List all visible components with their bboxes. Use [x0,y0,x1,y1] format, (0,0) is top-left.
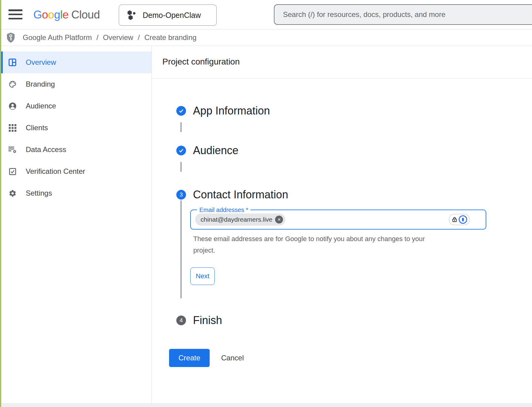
step-3-number: 3 [180,191,183,198]
person-icon [8,102,17,110]
step-2-title: Audience [193,144,238,157]
sidebar-item-audience[interactable]: Audience [1,95,151,117]
checkbox-icon [8,167,17,176]
sidebar-item-label: Data Access [26,145,66,154]
step-4-title: Finish [193,314,222,327]
google-wordmark: Google [33,8,68,21]
step-connector [181,162,181,172]
chip-remove-icon[interactable]: ✕ [275,216,283,223]
sidebar-item-settings[interactable]: Settings [1,182,151,204]
project-hexagons-icon [126,10,137,21]
email-chip: chinat@daydreamers.live ✕ [195,213,285,226]
overview-icon [8,58,17,67]
sidebar-item-label: Clients [26,124,48,132]
lock-icon [451,216,458,223]
data-access-icon [8,145,17,154]
create-button[interactable]: Create [169,349,210,367]
breadcrumb-separator: / [138,33,140,42]
left-nav: Overview Branding Audience [1,46,152,403]
breadcrumb-item-platform[interactable]: Google Auth Platform [23,33,92,42]
top-app-bar: Google Cloud Demo-OpenClaw [0,0,532,29]
step-3-badge: 3 [176,190,186,200]
project-selector[interactable]: Demo-OpenClaw [119,5,217,26]
step-4-badge: 4 [176,316,186,325]
step-1-title: App Information [193,104,270,117]
cloud-wordmark: Cloud [71,8,100,21]
step-connector [181,122,181,132]
grid-icon [8,124,17,132]
google-cloud-console: Google Cloud Demo-OpenClaw Google Auth P… [0,0,532,407]
step-connector [181,200,181,298]
window-edge-strip [0,0,1,407]
sidebar-item-clients[interactable]: Clients [1,117,151,139]
gear-icon [8,189,17,197]
main-content: Project configuration App Information Au… [152,46,532,403]
email-addresses-field[interactable]: Email addresses * chinat@daydreamers.liv… [190,210,486,230]
onepassword-icon [459,215,467,224]
auth-shield-key-icon [7,32,15,43]
sidebar-item-label: Audience [26,102,56,110]
breadcrumb-separator: / [96,33,98,42]
breadcrumb-item-overview[interactable]: Overview [103,33,133,42]
breadcrumb: Google Auth Platform / Overview / Create… [23,33,197,42]
bottom-edge-strip [1,403,532,407]
email-addresses-label: Email addresses * [197,207,251,213]
sidebar-item-verification-center[interactable]: Verification Center [1,160,151,182]
sidebar-item-overview[interactable]: Overview [1,51,151,73]
title-divider [152,78,532,78]
sidebar-item-branding[interactable]: Branding [1,73,151,95]
page-title: Project configuration [162,57,240,67]
step-4-number: 4 [180,317,183,324]
onepassword-autofill-widget[interactable] [449,214,470,225]
project-name: Demo-OpenClaw [143,11,201,20]
email-chip-value: chinat@daydreamers.live [201,216,272,223]
search-bar [274,4,532,25]
search-input[interactable] [274,5,532,24]
sidebar-item-label: Settings [26,189,52,197]
sidebar-item-label: Branding [26,80,55,88]
next-button[interactable]: Next [190,267,215,285]
sidebar-item-label: Overview [26,58,56,67]
step-3-title: Contact Information [193,188,288,201]
step-2-check-icon [176,146,186,155]
google-cloud-logo[interactable]: Google Cloud [33,0,100,29]
cancel-button[interactable]: Cancel [216,349,249,367]
breadcrumb-bar: Google Auth Platform / Overview / Create… [0,29,532,46]
palette-icon [8,80,17,88]
sidebar-item-label: Verification Center [26,167,85,176]
step-1-check-icon [176,106,186,116]
menu-icon[interactable] [8,9,22,19]
email-helper-text: These email addresses are for Google to … [193,233,442,256]
breadcrumb-item-create-branding: Create branding [145,33,197,42]
sidebar-item-data-access[interactable]: Data Access [1,139,151,160]
